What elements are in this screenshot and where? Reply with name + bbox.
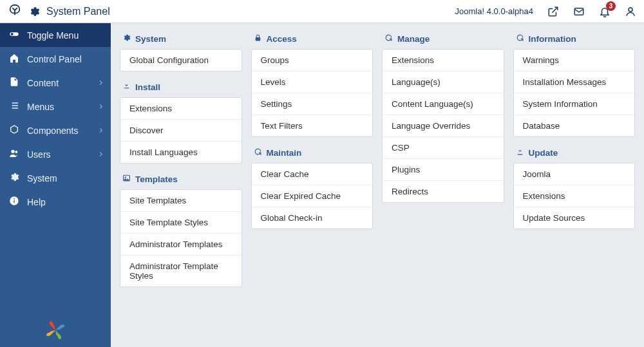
card-manage: ExtensionsLanguage(s)Content Language(s)… xyxy=(382,49,504,203)
gear-icon xyxy=(28,6,40,17)
section-head-update: Update xyxy=(513,137,636,163)
list-item[interactable]: Site Templates xyxy=(120,190,242,212)
external-link-icon[interactable] xyxy=(547,6,559,17)
sidebar-item-label: Control Panel xyxy=(27,54,102,64)
topbar: System Panel Joomla! 4.0.0-alpha4 3 xyxy=(0,0,644,23)
home-icon xyxy=(9,53,19,65)
list-item[interactable]: CSP xyxy=(383,137,504,159)
topbar-left: System Panel xyxy=(8,3,455,19)
sidebar-footer xyxy=(0,315,111,347)
list-item[interactable]: Database xyxy=(514,115,635,136)
section-title: Manage xyxy=(397,34,430,44)
list-item[interactable]: Clear Expired Cache xyxy=(252,185,373,207)
sidebar-item-components[interactable]: Components xyxy=(0,118,111,142)
list-item[interactable]: Redirects xyxy=(383,181,504,202)
sidebar-item-users[interactable]: Users xyxy=(0,142,111,166)
section-title: Templates xyxy=(135,174,178,184)
card-update: JoomlaExtensionsUpdate Sources xyxy=(513,163,636,229)
notification-badge: 3 xyxy=(606,1,616,11)
list-item[interactable]: Site Template Styles xyxy=(120,212,242,234)
column-0: SystemGlobal ConfigurationInstallExtensi… xyxy=(120,23,242,338)
list-item[interactable]: Plugins xyxy=(383,159,504,181)
section-head-templates: Templates xyxy=(120,164,242,189)
file-icon xyxy=(9,77,19,89)
users-icon xyxy=(9,148,19,160)
list-item[interactable]: Levels xyxy=(252,71,373,93)
list-item[interactable]: Extensions xyxy=(120,98,242,120)
list-item[interactable]: Install Languages xyxy=(120,142,242,163)
chevron-right-icon xyxy=(98,80,102,85)
svg-point-3 xyxy=(11,33,14,35)
list-item[interactable]: Installation Messages xyxy=(514,71,635,93)
gear-icon xyxy=(122,33,131,44)
svg-rect-13 xyxy=(14,200,14,203)
chevron-right-icon xyxy=(98,104,102,109)
svg-rect-17 xyxy=(255,37,260,41)
chevron-right-icon xyxy=(98,152,102,156)
layout: Toggle MenuControl PanelContentMenusComp… xyxy=(0,23,644,347)
list-item[interactable]: Language(s) xyxy=(383,71,504,93)
sidebar-item-content[interactable]: Content xyxy=(0,71,111,95)
list-item[interactable]: System Information xyxy=(514,93,635,115)
sidebar-item-system[interactable]: System xyxy=(0,166,111,190)
version-label[interactable]: Joomla! 4.0.0-alpha4 xyxy=(455,6,533,16)
list-item[interactable]: Joomla xyxy=(514,164,635,185)
section-head-install: Install xyxy=(120,71,242,97)
list-item[interactable]: Administrator Template Styles xyxy=(120,256,242,286)
sidebar-item-label: Components xyxy=(27,126,91,136)
svg-point-16 xyxy=(125,176,126,178)
card-maintain: Clear CacheClear Expired CacheGlobal Che… xyxy=(251,163,374,229)
list-item[interactable]: Groups xyxy=(252,50,373,71)
svg-point-1 xyxy=(629,8,632,12)
sidebar-item-help[interactable]: Help xyxy=(0,190,111,214)
card-information: WarningsInstallation MessagesSystem Info… xyxy=(513,49,636,137)
list-item[interactable]: Global Check-in xyxy=(252,207,373,229)
mail-icon[interactable] xyxy=(573,6,585,17)
list-item[interactable]: Extensions xyxy=(383,50,504,71)
refresh-icon xyxy=(384,33,393,44)
sidebar-item-label: System xyxy=(27,173,102,183)
chevron-right-icon xyxy=(98,128,102,133)
section-title: Update xyxy=(529,148,558,158)
list-item[interactable]: Global Configuration xyxy=(120,50,242,71)
section-title: Information xyxy=(529,34,576,44)
card-templates: Site TemplatesSite Template StylesAdmini… xyxy=(120,189,242,287)
column-1: AccessGroupsLevelsSettingsText FiltersMa… xyxy=(251,23,374,338)
bell-icon[interactable]: 3 xyxy=(599,6,611,17)
sidebar-item-control-panel[interactable]: Control Panel xyxy=(0,47,111,71)
list-item[interactable]: Settings xyxy=(252,93,373,115)
sidebar-item-label: Users xyxy=(27,149,91,160)
section-title: System xyxy=(135,34,166,44)
list-item[interactable]: Text Filters xyxy=(252,115,373,136)
list-icon xyxy=(9,100,19,113)
list-item[interactable]: Discover xyxy=(120,120,242,142)
list-item[interactable]: Warnings xyxy=(514,50,635,71)
list-item[interactable]: Clear Cache xyxy=(252,164,373,185)
info-icon xyxy=(9,196,19,208)
list-item[interactable]: Language Overrides xyxy=(383,115,504,137)
topbar-right: Joomla! 4.0.0-alpha4 3 xyxy=(455,6,636,17)
card-system: Global Configuration xyxy=(120,49,242,71)
image-icon xyxy=(122,174,131,184)
user-icon[interactable] xyxy=(625,6,636,17)
column-3: InformationWarningsInstallation Messages… xyxy=(513,23,636,338)
list-item[interactable]: Extensions xyxy=(514,185,635,207)
sidebar: Toggle MenuControl PanelContentMenusComp… xyxy=(0,23,111,347)
section-title: Access xyxy=(267,34,297,44)
sidebar-item-menus[interactable]: Menus xyxy=(0,95,111,118)
sidebar-item-toggle-menu[interactable]: Toggle Menu xyxy=(0,23,111,47)
cube-icon xyxy=(9,124,19,136)
svg-point-14 xyxy=(14,198,15,200)
upload-icon xyxy=(516,147,524,158)
list-item[interactable]: Update Sources xyxy=(514,207,635,229)
section-head-system: System xyxy=(120,23,242,49)
list-item[interactable]: Administrator Templates xyxy=(120,234,242,256)
column-2: ManageExtensionsLanguage(s)Content Langu… xyxy=(382,23,504,338)
section-head-maintain: Maintain xyxy=(251,137,374,163)
sidebar-item-label: Content xyxy=(27,78,91,88)
section-title: Install xyxy=(135,82,160,92)
content: SystemGlobal ConfigurationInstallExtensi… xyxy=(111,23,644,347)
list-item[interactable]: Content Language(s) xyxy=(383,93,504,115)
download-icon xyxy=(122,82,131,92)
svg-point-10 xyxy=(11,150,14,153)
